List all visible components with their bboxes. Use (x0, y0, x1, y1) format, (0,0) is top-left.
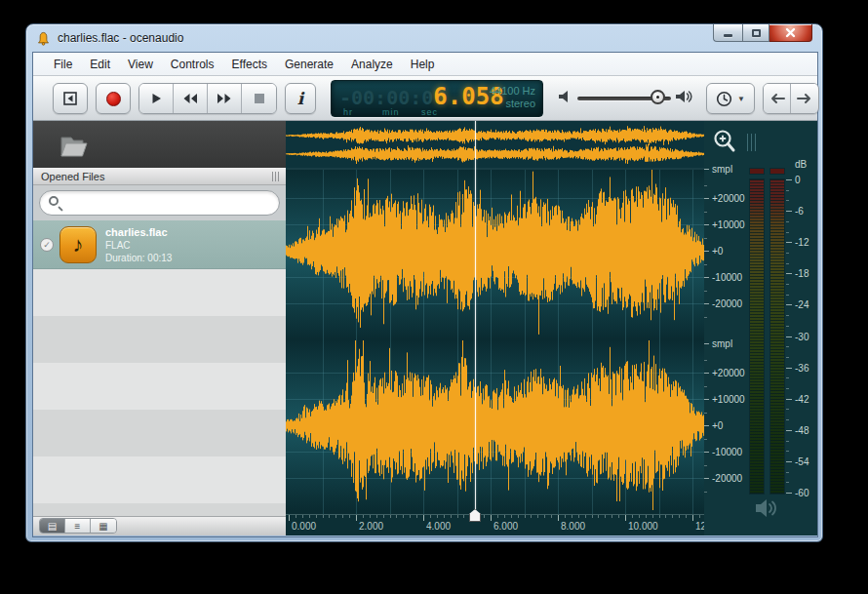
title-bar[interactable]: charlies.flac - ocenaudio (26, 24, 822, 52)
minimize-button[interactable] (713, 24, 742, 42)
amplitude-tick (704, 399, 709, 400)
history-nav-group (763, 83, 819, 114)
volume-down-icon[interactable] (558, 89, 572, 104)
list-view-button[interactable]: ≡ (65, 519, 91, 533)
rewind-button[interactable] (174, 84, 208, 113)
play-button[interactable] (139, 84, 174, 113)
time-tick-minor (592, 515, 593, 518)
folder-icon (59, 133, 89, 158)
minimize-icon (724, 34, 732, 37)
time-tick-minor (585, 515, 586, 518)
time-tick-minor (437, 515, 438, 518)
amplitude-label: +0 (712, 420, 723, 431)
monitor-speaker-icon[interactable] (755, 497, 780, 519)
panel-grip-icon[interactable] (747, 134, 757, 151)
db-label: -30 (795, 331, 809, 341)
db-tick (786, 461, 792, 462)
time-tick-minor (612, 515, 612, 518)
file-list-item[interactable]: ✓ ♪ charlies.flac FLAC Duration: 00:13 (33, 220, 286, 269)
hr-label: hr (343, 107, 353, 117)
amplitude-label: +20000 (712, 368, 745, 378)
amplitude-tick (704, 169, 709, 170)
time-tick-minor (335, 515, 336, 518)
amplitude-label: -10000 (712, 272, 742, 283)
zoom-in-icon[interactable] (712, 129, 737, 156)
time-tick-minor (544, 515, 545, 518)
amplitude-label: smpl (712, 338, 732, 349)
amplitude-tick (704, 452, 709, 453)
time-tick-minor (484, 515, 485, 518)
time-tick-minor (316, 515, 317, 518)
menu-effects[interactable]: Effects (223, 55, 276, 74)
info-icon: i (297, 89, 303, 108)
time-tick-minor (390, 515, 391, 518)
search-input[interactable] (39, 190, 280, 216)
info-button[interactable]: i (285, 83, 316, 114)
time-format-button[interactable]: ▼ (706, 83, 755, 114)
menu-controls[interactable]: Controls (162, 55, 223, 74)
detail-view-button[interactable]: ▤ (40, 519, 65, 533)
time-ruler[interactable]: 0.0002.0004.0006.0008.00010.00012.000 (286, 514, 704, 535)
time-tick-minor (410, 515, 411, 518)
db-tick-minor (786, 263, 789, 264)
amplitude-tick (704, 343, 709, 344)
maximize-button[interactable] (742, 24, 769, 42)
volume-slider-knob[interactable] (651, 90, 665, 104)
db-tick-minor (786, 419, 789, 420)
navigate-back-button[interactable] (764, 84, 791, 113)
menu-analyze[interactable]: Analyze (342, 55, 402, 74)
sample-rate: 44100 Hz (490, 85, 535, 98)
db-label: -18 (795, 268, 809, 279)
file-list[interactable]: ✓ ♪ charlies.flac FLAC Duration: 00:13 (33, 220, 286, 516)
volume-up-icon[interactable] (675, 89, 694, 104)
db-tick-minor (786, 315, 789, 316)
menu-file[interactable]: File (45, 55, 81, 74)
fast-forward-button[interactable] (208, 84, 242, 113)
db-tick (786, 337, 792, 337)
time-label: 8.000 (561, 521, 585, 532)
panel-header[interactable]: Opened Files (33, 168, 286, 185)
db-tick-minor (786, 482, 789, 483)
amplitude-tick-minor (704, 439, 707, 440)
time-tick-minor (652, 515, 653, 518)
stop-icon (254, 93, 265, 104)
fast-forward-icon (217, 93, 232, 104)
stop-button[interactable] (242, 84, 276, 113)
menu-edit[interactable]: Edit (81, 55, 119, 74)
menu-generate[interactable]: Generate (276, 55, 342, 74)
db-label: -24 (795, 299, 809, 310)
time-tick-minor (363, 515, 364, 518)
menu-help[interactable]: Help (402, 55, 444, 74)
time-tick-major (692, 515, 693, 521)
time-tick-minor (430, 515, 431, 518)
time-tick-minor (511, 515, 512, 518)
amplitude-tick (704, 251, 709, 252)
time-label: 6.000 (493, 521, 518, 532)
time-label: 10.000 (628, 521, 658, 532)
amplitude-tick-minor (704, 413, 707, 414)
waveform-overview[interactable] (286, 121, 704, 170)
waveform-main[interactable] (286, 170, 704, 514)
amplitude-tick-minor (704, 465, 707, 466)
db-tick-minor (786, 441, 789, 442)
menu-view[interactable]: View (119, 55, 162, 74)
db-tick-minor (786, 409, 789, 410)
time-tick-minor (376, 515, 377, 518)
clock-icon (716, 91, 732, 107)
opened-files-tab[interactable] (55, 126, 94, 165)
panel-grip-icon[interactable] (272, 172, 280, 181)
sec-label: sec (421, 107, 438, 117)
time-tick-minor (525, 515, 526, 518)
time-tick-major (423, 515, 424, 521)
time-tick-minor (444, 515, 445, 518)
db-unit-label: dB (795, 159, 807, 170)
chevron-down-icon: ▼ (737, 95, 745, 103)
waveform-editor[interactable]: 0.0002.0004.0006.0008.00010.00012.000 (286, 121, 704, 535)
close-button[interactable] (769, 24, 812, 42)
time-tick-minor (618, 515, 619, 518)
navigate-forward-button[interactable] (791, 84, 818, 113)
record-button[interactable] (96, 83, 131, 114)
grid-view-button[interactable]: ▦ (91, 519, 116, 533)
go-to-start-button[interactable] (53, 83, 88, 114)
time-tick-minor (531, 515, 532, 518)
